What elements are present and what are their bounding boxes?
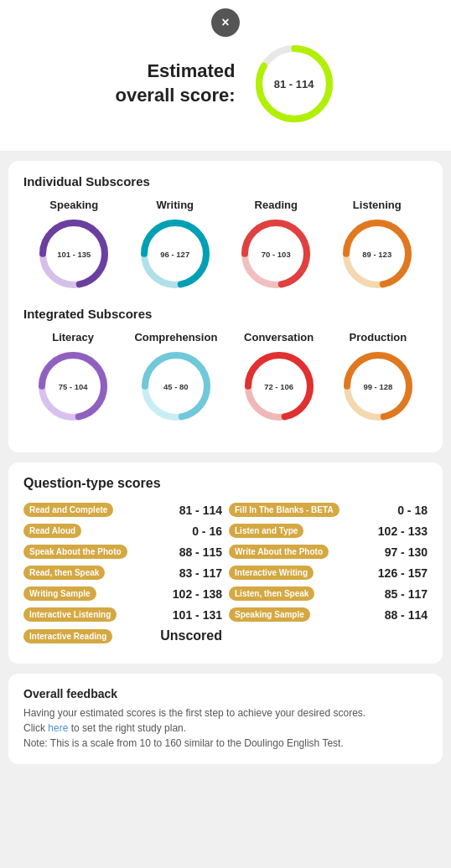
subscore-item-label: Speaking: [49, 199, 98, 211]
qt-row-pair: Interactive ReadingUnscored: [23, 628, 428, 643]
subscore-item-label: Comprehension: [134, 331, 217, 344]
qt-row-pair: Read Aloud0 - 16Listen and Type102 - 133: [23, 524, 428, 538]
qt-score: 102 - 138: [173, 587, 222, 601]
qt-tag: Interactive Reading: [23, 629, 112, 643]
qt-row: Speak About the Photo88 - 115: [23, 545, 222, 559]
qt-tag: Read Aloud: [23, 524, 81, 538]
qt-score: 85 - 117: [385, 587, 428, 601]
qt-tag: Fill In The Blanks - BETA: [229, 503, 340, 517]
subscore-item: Literacy 75 - 104: [35, 331, 111, 424]
qt-score: 83 - 117: [179, 566, 222, 580]
qt-rows: Read and Complete81 - 114Fill In The Bla…: [23, 503, 428, 643]
qt-tag: Listen and Type: [229, 524, 303, 538]
page-wrapper: × Estimated overall score: 81 - 114 Indi…: [0, 0, 451, 764]
qt-row: Interactive ReadingUnscored: [23, 628, 222, 643]
subscore-ring: 75 - 104: [35, 349, 111, 424]
subscore-ring: 45 - 80: [138, 349, 214, 424]
integrated-subscores-title: Integrated Subscores: [23, 307, 428, 321]
subscore-item-label: Conversation: [244, 331, 314, 344]
qt-row: Read, then Speak83 - 117: [23, 566, 222, 580]
subscore-item: Conversation 72 - 106: [241, 331, 317, 424]
close-button[interactable]: ×: [211, 8, 240, 37]
qt-tag: Interactive Listening: [23, 607, 117, 622]
qt-row-pair: Read and Complete81 - 114Fill In The Bla…: [23, 503, 428, 517]
qt-score: 88 - 114: [385, 608, 428, 622]
feedback-body: Having your estimated scores is the firs…: [23, 705, 428, 751]
subscore-item: Listening 89 - 123: [340, 199, 415, 292]
qt-row-pair: Writing Sample102 - 138Listen, then Spea…: [23, 586, 428, 601]
subscore-item: Writing 96 - 127: [137, 199, 213, 292]
qt-tag: Write About the Photo: [229, 545, 329, 559]
header-section: × Estimated overall score: 81 - 114: [0, 0, 451, 151]
individual-subscores-grid: Speaking 101 - 135 Writing 96 - 127 Read…: [23, 199, 428, 292]
qt-tag: Read, then Speak: [23, 566, 105, 580]
qt-tag: Interactive Writing: [229, 566, 314, 580]
subscore-ring: 89 - 123: [340, 216, 415, 292]
header-title: Estimated overall score:: [115, 59, 235, 107]
subscore-item-label: Reading: [255, 199, 298, 211]
qt-row-pair: Interactive Listening101 - 131Speaking S…: [23, 607, 428, 622]
qt-score: 0 - 16: [192, 524, 222, 538]
qt-score: 88 - 115: [179, 545, 222, 559]
qt-tag: Listen, then Speak: [229, 586, 314, 601]
qt-score: 101 - 131: [173, 608, 222, 622]
individual-subscores-card: Individual Subscores Speaking 101 - 135 …: [8, 161, 443, 452]
qt-row: Read and Complete81 - 114: [23, 503, 222, 517]
qt-row: Speaking Sample88 - 114: [229, 607, 428, 622]
qt-score: 81 - 114: [179, 504, 222, 517]
qt-row-pair: Speak About the Photo88 - 115Write About…: [23, 545, 428, 559]
qt-score: 97 - 130: [385, 545, 428, 559]
subscore-item: Production 99 - 128: [340, 331, 416, 424]
qt-score: 102 - 133: [378, 524, 428, 538]
feedback-title: Overall feedback: [23, 687, 428, 700]
qt-tag: Speaking Sample: [229, 607, 310, 622]
qt-tag: Speak About the Photo: [23, 545, 127, 559]
qt-title: Question-type scores: [23, 476, 428, 491]
subscore-ring: 101 - 135: [36, 216, 111, 292]
qt-row: Write About the Photo97 - 130: [229, 545, 428, 559]
qt-score: 126 - 157: [378, 566, 428, 580]
feedback-section: Overall feedback Having your estimated s…: [8, 674, 443, 764]
subscore-item: Comprehension 45 - 80: [134, 331, 217, 424]
qt-row: Read Aloud0 - 16: [23, 524, 222, 538]
qt-scores-card: Question-type scores Read and Complete81…: [8, 462, 443, 664]
qt-tag: Read and Complete: [23, 503, 113, 517]
overall-score-ring: 81 - 114: [252, 42, 336, 126]
overall-score-label: 81 - 114: [274, 78, 314, 90]
qt-row: Interactive Listening101 - 131: [23, 607, 222, 622]
qt-row: Listen and Type102 - 133: [229, 524, 428, 538]
qt-row: Fill In The Blanks - BETA0 - 18: [229, 503, 428, 517]
qt-row: Writing Sample102 - 138: [23, 586, 222, 601]
qt-score: 0 - 18: [397, 504, 428, 517]
integrated-subscores-grid: Literacy 75 - 104 Comprehension 45 - 80 …: [23, 331, 428, 424]
subscore-item: Reading 70 - 103: [238, 199, 314, 292]
subscore-ring: 70 - 103: [238, 216, 314, 292]
qt-row: [229, 628, 428, 643]
subscore-item: Speaking 101 - 135: [36, 199, 111, 292]
feedback-link[interactable]: here: [48, 722, 68, 734]
qt-row: Interactive Writing126 - 157: [229, 566, 428, 580]
qt-tag: Writing Sample: [23, 586, 96, 601]
subscore-item-label: Literacy: [52, 331, 94, 344]
individual-subscores-title: Individual Subscores: [23, 174, 428, 189]
qt-score: Unscored: [160, 628, 222, 643]
subscore-ring: 99 - 128: [340, 349, 416, 424]
subscore-ring: 96 - 127: [137, 216, 213, 292]
qt-row-pair: Read, then Speak83 - 117Interactive Writ…: [23, 566, 428, 580]
qt-row: Listen, then Speak85 - 117: [229, 586, 428, 601]
subscore-item-label: Writing: [156, 199, 194, 211]
subscore-item-label: Listening: [353, 199, 402, 211]
subscore-item-label: Production: [350, 331, 407, 344]
subscore-ring: 72 - 106: [241, 349, 317, 424]
